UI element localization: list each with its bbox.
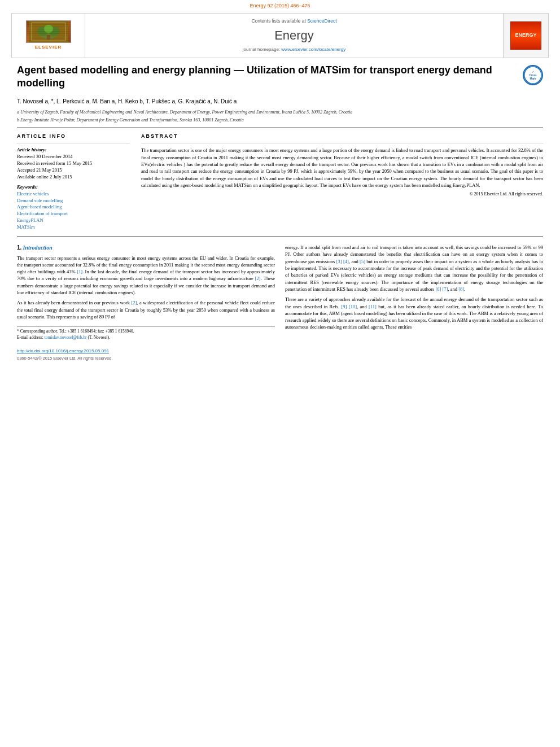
body-section: 1. Introduction The transport sector rep… [17,244,543,362]
svg-point-6 [44,25,53,33]
thin-divider-1 [17,143,130,143]
email-label: E-mail address: [17,335,43,340]
journal-title: Energy [274,27,314,45]
keyword-4: Electrification of transport [17,211,130,217]
section1-header: 1. Introduction [17,244,275,252]
journal-header-center: Contents lists available at ScienceDirec… [85,14,503,58]
energy-logo: ENERGY [510,21,541,50]
section1-title: Introduction [23,244,52,251]
body-paragraph-right-2: There are a variety of approaches alread… [285,296,543,331]
keyword-5: EnergyPLAN [17,217,130,224]
divider-after-affiliations [17,128,543,128]
svg-text:Mark: Mark [530,77,536,80]
received-date: Received 30 December 2014 [17,154,130,160]
keyword-1: Electric vehicles [17,191,130,198]
elsevier-logo-image [26,20,71,43]
paper-title: Agent based modelling and energy plannin… [17,64,517,90]
affiliation-b: b Energy Institute Hrvoje Požar, Departm… [17,117,543,123]
divider-before-body [17,237,543,237]
thin-divider-2 [141,143,543,143]
doi-section: http://dx.doi.org/10.1016/j.energy.2015.… [17,345,275,361]
keyword-3: Agent-based modelling [17,204,130,211]
body-two-column: 1. Introduction The transport sector rep… [17,244,543,362]
body-right-column: energy. If a modal split from road and a… [285,244,543,362]
email-link[interactable]: tomislav.novosel@fsb.hr [45,335,87,340]
crossmark: ✓ Cross Mark [523,65,543,85]
paper-title-section: Agent based modelling and energy plannin… [17,64,543,95]
journal-homepage-link[interactable]: www.elsevier.com/locate/energy [281,47,345,52]
footnote-email: E-mail address: tomislav.novosel@fsb.hr … [17,335,275,341]
article-info-column: ARTICLE INFO Article history: Received 3… [17,133,130,231]
article-info-header: ARTICLE INFO [17,133,130,140]
body-left-column: 1. Introduction The transport sector rep… [17,244,275,362]
top-bar: Energy 92 (2015) 466–475 [0,0,560,11]
keyword-6: MATSim [17,224,130,231]
sciencedirect-link[interactable]: ScienceDirect [307,18,336,24]
body-paragraph-right-1: energy. If a modal split from road and a… [285,244,543,292]
svg-point-3 [37,27,49,36]
svg-text:✓: ✓ [532,71,534,73]
email-suffix: (T. Novosel). [88,335,110,340]
article-info-abstract-section: ARTICLE INFO Article history: Received 3… [17,133,543,231]
available-date: Available online 2 July 2015 [17,174,130,181]
accepted-date: Accepted 21 May 2015 [17,167,130,174]
svg-rect-5 [47,35,50,40]
abstract-text: The transportation sector is one of the … [141,147,543,189]
svg-point-2 [38,25,59,39]
svg-rect-0 [29,21,68,42]
svg-text:Cross: Cross [529,73,537,76]
footnote-section: * Corresponding author. Tel.: +385 1 616… [17,326,275,340]
revised-date: Received in revised form 15 May 2015 [17,160,130,167]
copyright-line: © 2015 Elsevier Ltd. All rights reserved… [141,191,543,197]
doi-link[interactable]: http://dx.doi.org/10.1016/j.energy.2015.… [17,348,109,353]
elsevier-text: ELSEVIER [35,44,62,50]
abstract-header: ABSTRACT [141,133,543,140]
elsevier-logo: ELSEVIER [26,20,71,50]
journal-header: ELSEVIER Contents lists available at Sci… [11,13,549,58]
body-paragraph-1: The transport sector represents a seriou… [17,255,275,296]
journal-homepage-line: journal homepage: www.elsevier.com/locat… [243,46,345,53]
svg-rect-1 [32,23,65,41]
abstract-column: ABSTRACT The transportation sector is on… [141,133,543,231]
keywords-label: Keywords: [17,184,130,191]
keyword-2: Demand side modelling [17,198,130,204]
sciencedirect-line: Contents lists available at ScienceDirec… [251,18,336,25]
footnote-corresponding: * Corresponding author. Tel.: +385 1 616… [17,329,275,335]
article-history-label: Article history: [17,147,130,154]
elsevier-logo-section: ELSEVIER [12,14,85,58]
authors-line: T. Novosel a, *, L. Perković a, M. Ban a… [17,98,543,106]
affiliation-a: a University of Zagreb, Faculty of Mecha… [17,109,543,115]
body-paragraph-2: As it has already been demonstrated in o… [17,299,275,320]
paper-container: Agent based modelling and energy plannin… [17,64,543,362]
crossmark-badge: ✓ Cross Mark [523,65,543,85]
svg-point-4 [49,27,60,36]
issn-text: 0360-5442/© 2015 Elsevier Ltd. All right… [17,356,112,361]
section1-number: 1. [17,244,21,251]
energy-logo-section: ENERGY [503,14,548,58]
keywords-section: Keywords: Electric vehicles Demand side … [17,184,130,231]
article-history-section: Article history: Received 30 December 20… [17,147,130,180]
